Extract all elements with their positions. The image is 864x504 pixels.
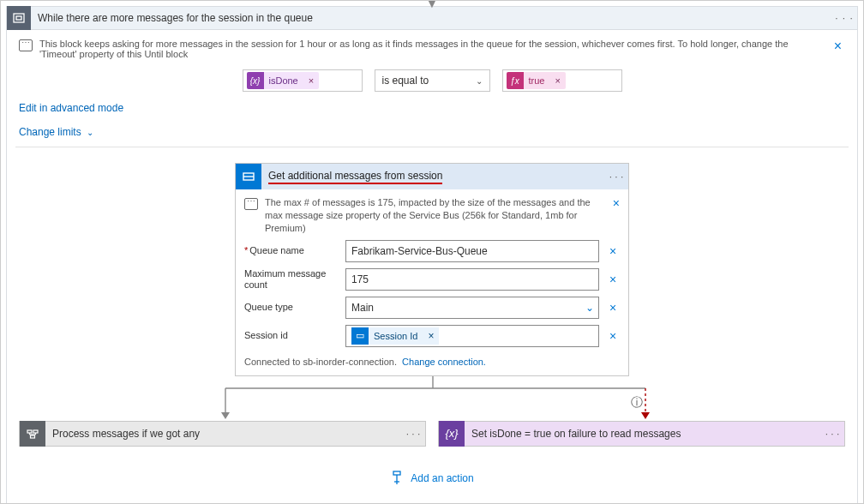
action-header[interactable]: Get additional messages from session · ·… [236, 164, 628, 189]
condition-right-operand[interactable]: ƒx true × [502, 69, 622, 92]
separator [15, 147, 849, 147]
max-count-row: Maximum message count 175 × [244, 268, 620, 291]
session-id-row: Session id ▭ Session Id × × [244, 325, 620, 347]
comment-icon [244, 198, 258, 210]
add-action-button[interactable]: Add an action [15, 447, 849, 495]
clear-icon[interactable]: × [606, 301, 620, 315]
condition-left-operand[interactable]: {x} isDone × [243, 69, 363, 92]
info-bar: This block keeps asking for more message… [15, 30, 849, 66]
expression-token-label: true [524, 75, 550, 86]
condition-operator-select[interactable]: is equal to ⌄ [375, 69, 490, 92]
chevron-down-icon: ⌄ [87, 128, 93, 137]
variable-token: {x} isDone × [247, 72, 320, 89]
expression-icon: {x} [247, 72, 264, 89]
branch-row: Process messages if we got any · · · {x}… [15, 421, 849, 447]
svg-rect-0 [14, 14, 24, 22]
condition-operator-label: is equal to [382, 75, 429, 87]
chevron-down-icon: ⌄ [476, 76, 483, 86]
clear-icon[interactable]: × [606, 244, 620, 258]
arrow-down-icon: ▼ [426, 0, 438, 8]
svg-rect-11 [33, 430, 38, 433]
svg-rect-10 [27, 430, 32, 433]
more-icon[interactable]: · · · [831, 12, 857, 24]
until-loop-body: This block keeps asking for more message… [6, 30, 858, 504]
process-messages-action[interactable]: Process messages if we got any · · · [19, 421, 426, 447]
expression-token: ƒx true × [507, 72, 566, 89]
session-id-input[interactable]: ▭ Session Id × [345, 325, 599, 347]
action-info: The max # of messages is 175, impacted b… [244, 196, 620, 235]
more-icon[interactable]: · · · [820, 428, 844, 440]
clear-icon[interactable]: × [606, 329, 620, 343]
connector-zone: ⓘ [15, 376, 849, 421]
info-text: This block keeps asking for more message… [39, 39, 824, 59]
change-connection-link[interactable]: Change connection. [402, 357, 486, 367]
variable-icon: {x} [439, 421, 465, 447]
edit-advanced-link[interactable]: Edit in advanced mode [19, 102, 123, 114]
svg-marker-7 [221, 412, 230, 419]
more-icon[interactable]: · · · [604, 171, 628, 183]
max-count-label: Maximum message count [244, 268, 339, 291]
service-bus-icon [236, 164, 261, 189]
queue-name-input[interactable]: Fabrikam-Service-Bus-Queue [345, 240, 599, 262]
more-icon[interactable]: · · · [401, 428, 425, 440]
action-title: Get additional messages from session [268, 170, 442, 184]
session-id-label: Session id [244, 330, 339, 341]
queue-name-label: *Queue name [244, 245, 339, 256]
svg-marker-9 [641, 412, 650, 419]
remove-token-icon[interactable]: × [549, 75, 565, 86]
queue-type-label: Queue type [244, 302, 339, 313]
svg-rect-1 [16, 16, 21, 20]
until-loop-title: While there are more messages for the se… [31, 12, 831, 24]
queue-name-row: *Queue name Fabrikam-Service-Bus-Queue × [244, 240, 620, 262]
remove-token-icon[interactable]: × [303, 75, 319, 86]
session-id-token: ▭ Session Id × [351, 327, 439, 345]
info-icon[interactable]: ⓘ [631, 395, 643, 411]
connection-info: Connected to sb-inorder-connection. Chan… [244, 353, 620, 367]
process-messages-title: Process messages if we got any [45, 428, 401, 440]
function-icon: ƒx [507, 72, 524, 89]
get-messages-action-card: Get additional messages from session · ·… [235, 163, 629, 376]
comment-icon [19, 39, 33, 51]
queue-type-row: Queue type Main ⌄ × [244, 297, 620, 319]
max-count-input[interactable]: 175 [345, 268, 599, 291]
change-limits-link[interactable]: Change limits [19, 126, 81, 138]
close-icon[interactable]: × [831, 39, 845, 54]
scope-icon [20, 421, 45, 447]
clear-icon[interactable]: × [606, 273, 620, 286]
svg-rect-12 [31, 435, 35, 438]
close-icon[interactable]: × [613, 196, 620, 210]
svg-rect-17 [393, 471, 400, 475]
action-info-text: The max # of messages is 175, impacted b… [265, 196, 606, 235]
set-isdone-action[interactable]: {x} Set isDone = true on failure to read… [438, 421, 845, 447]
add-action-label: Add an action [411, 472, 473, 484]
chevron-down-icon: ⌄ [585, 302, 594, 314]
variable-token-label: isDone [264, 75, 303, 86]
condition-row: {x} isDone × is equal to ⌄ ƒx true × [15, 66, 849, 100]
loop-icon [7, 6, 31, 30]
queue-type-select[interactable]: Main ⌄ [345, 297, 599, 319]
remove-token-icon[interactable]: × [423, 330, 439, 342]
service-bus-icon: ▭ [351, 327, 369, 345]
set-isdone-title: Set isDone = true on failure to read mes… [465, 428, 820, 440]
advanced-links: Edit in advanced mode Change limits ⌄ [15, 100, 849, 140]
add-step-icon [390, 471, 404, 487]
